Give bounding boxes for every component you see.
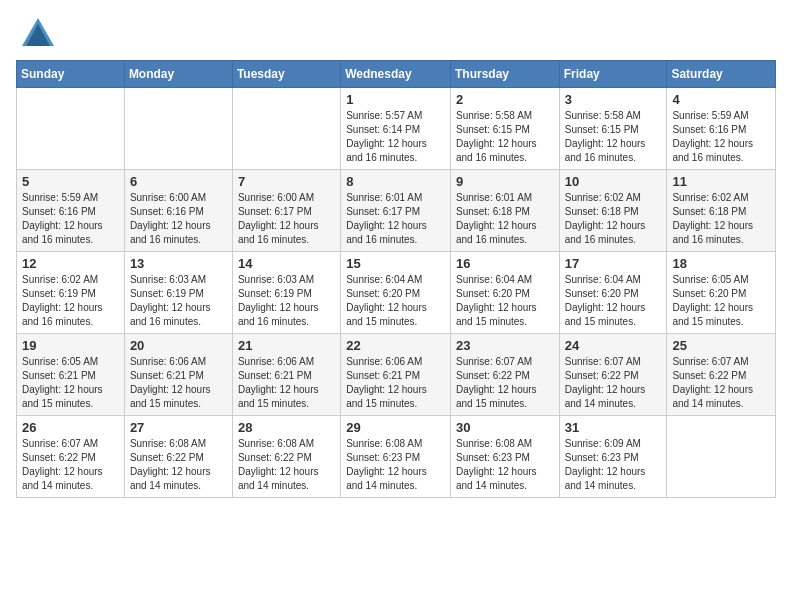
calendar-cell: 23Sunrise: 6:07 AM Sunset: 6:22 PM Dayli… — [450, 334, 559, 416]
calendar-cell: 19Sunrise: 6:05 AM Sunset: 6:21 PM Dayli… — [17, 334, 125, 416]
day-number: 1 — [346, 92, 445, 107]
day-info: Sunrise: 6:02 AM Sunset: 6:19 PM Dayligh… — [22, 273, 119, 329]
day-info: Sunrise: 6:00 AM Sunset: 6:17 PM Dayligh… — [238, 191, 335, 247]
logo — [16, 16, 54, 50]
day-number: 18 — [672, 256, 770, 271]
calendar-week-row: 12Sunrise: 6:02 AM Sunset: 6:19 PM Dayli… — [17, 252, 776, 334]
day-number: 4 — [672, 92, 770, 107]
day-number: 17 — [565, 256, 662, 271]
calendar-cell: 24Sunrise: 6:07 AM Sunset: 6:22 PM Dayli… — [559, 334, 667, 416]
day-number: 23 — [456, 338, 554, 353]
calendar-cell: 31Sunrise: 6:09 AM Sunset: 6:23 PM Dayli… — [559, 416, 667, 498]
calendar-week-row: 5Sunrise: 5:59 AM Sunset: 6:16 PM Daylig… — [17, 170, 776, 252]
logo-icon — [22, 18, 54, 50]
weekday-header-tuesday: Tuesday — [232, 61, 340, 88]
day-number: 5 — [22, 174, 119, 189]
calendar-cell: 26Sunrise: 6:07 AM Sunset: 6:22 PM Dayli… — [17, 416, 125, 498]
day-number: 25 — [672, 338, 770, 353]
day-number: 30 — [456, 420, 554, 435]
day-info: Sunrise: 6:08 AM Sunset: 6:22 PM Dayligh… — [130, 437, 227, 493]
day-info: Sunrise: 6:07 AM Sunset: 6:22 PM Dayligh… — [672, 355, 770, 411]
day-number: 28 — [238, 420, 335, 435]
day-info: Sunrise: 5:58 AM Sunset: 6:15 PM Dayligh… — [565, 109, 662, 165]
day-info: Sunrise: 6:02 AM Sunset: 6:18 PM Dayligh… — [565, 191, 662, 247]
day-info: Sunrise: 5:57 AM Sunset: 6:14 PM Dayligh… — [346, 109, 445, 165]
day-number: 27 — [130, 420, 227, 435]
day-info: Sunrise: 6:05 AM Sunset: 6:20 PM Dayligh… — [672, 273, 770, 329]
day-info: Sunrise: 6:02 AM Sunset: 6:18 PM Dayligh… — [672, 191, 770, 247]
calendar-cell: 4Sunrise: 5:59 AM Sunset: 6:16 PM Daylig… — [667, 88, 776, 170]
calendar-cell: 25Sunrise: 6:07 AM Sunset: 6:22 PM Dayli… — [667, 334, 776, 416]
day-number: 13 — [130, 256, 227, 271]
day-number: 12 — [22, 256, 119, 271]
weekday-header-thursday: Thursday — [450, 61, 559, 88]
day-number: 7 — [238, 174, 335, 189]
day-info: Sunrise: 6:00 AM Sunset: 6:16 PM Dayligh… — [130, 191, 227, 247]
day-info: Sunrise: 6:06 AM Sunset: 6:21 PM Dayligh… — [130, 355, 227, 411]
day-number: 14 — [238, 256, 335, 271]
calendar-cell: 18Sunrise: 6:05 AM Sunset: 6:20 PM Dayli… — [667, 252, 776, 334]
calendar-cell: 11Sunrise: 6:02 AM Sunset: 6:18 PM Dayli… — [667, 170, 776, 252]
calendar-cell — [667, 416, 776, 498]
day-number: 3 — [565, 92, 662, 107]
day-info: Sunrise: 6:04 AM Sunset: 6:20 PM Dayligh… — [456, 273, 554, 329]
day-info: Sunrise: 6:09 AM Sunset: 6:23 PM Dayligh… — [565, 437, 662, 493]
day-number: 2 — [456, 92, 554, 107]
day-number: 29 — [346, 420, 445, 435]
calendar-table: SundayMondayTuesdayWednesdayThursdayFrid… — [16, 60, 776, 498]
calendar-header-row: SundayMondayTuesdayWednesdayThursdayFrid… — [17, 61, 776, 88]
day-info: Sunrise: 6:01 AM Sunset: 6:18 PM Dayligh… — [456, 191, 554, 247]
calendar-cell: 21Sunrise: 6:06 AM Sunset: 6:21 PM Dayli… — [232, 334, 340, 416]
calendar-week-row: 19Sunrise: 6:05 AM Sunset: 6:21 PM Dayli… — [17, 334, 776, 416]
calendar-cell: 16Sunrise: 6:04 AM Sunset: 6:20 PM Dayli… — [450, 252, 559, 334]
day-number: 15 — [346, 256, 445, 271]
day-number: 6 — [130, 174, 227, 189]
calendar-cell — [17, 88, 125, 170]
day-info: Sunrise: 6:08 AM Sunset: 6:23 PM Dayligh… — [456, 437, 554, 493]
day-number: 22 — [346, 338, 445, 353]
calendar-cell: 29Sunrise: 6:08 AM Sunset: 6:23 PM Dayli… — [341, 416, 451, 498]
calendar-cell — [124, 88, 232, 170]
day-info: Sunrise: 6:04 AM Sunset: 6:20 PM Dayligh… — [346, 273, 445, 329]
calendar-cell: 8Sunrise: 6:01 AM Sunset: 6:17 PM Daylig… — [341, 170, 451, 252]
day-number: 24 — [565, 338, 662, 353]
calendar-cell: 7Sunrise: 6:00 AM Sunset: 6:17 PM Daylig… — [232, 170, 340, 252]
day-info: Sunrise: 6:01 AM Sunset: 6:17 PM Dayligh… — [346, 191, 445, 247]
day-number: 21 — [238, 338, 335, 353]
day-number: 31 — [565, 420, 662, 435]
day-number: 9 — [456, 174, 554, 189]
calendar-cell: 30Sunrise: 6:08 AM Sunset: 6:23 PM Dayli… — [450, 416, 559, 498]
day-info: Sunrise: 6:05 AM Sunset: 6:21 PM Dayligh… — [22, 355, 119, 411]
day-info: Sunrise: 6:08 AM Sunset: 6:23 PM Dayligh… — [346, 437, 445, 493]
day-info: Sunrise: 5:59 AM Sunset: 6:16 PM Dayligh… — [672, 109, 770, 165]
day-number: 16 — [456, 256, 554, 271]
day-info: Sunrise: 6:03 AM Sunset: 6:19 PM Dayligh… — [238, 273, 335, 329]
day-number: 20 — [130, 338, 227, 353]
calendar-cell: 13Sunrise: 6:03 AM Sunset: 6:19 PM Dayli… — [124, 252, 232, 334]
day-info: Sunrise: 5:58 AM Sunset: 6:15 PM Dayligh… — [456, 109, 554, 165]
calendar-cell: 5Sunrise: 5:59 AM Sunset: 6:16 PM Daylig… — [17, 170, 125, 252]
calendar-cell: 6Sunrise: 6:00 AM Sunset: 6:16 PM Daylig… — [124, 170, 232, 252]
calendar-cell: 22Sunrise: 6:06 AM Sunset: 6:21 PM Dayli… — [341, 334, 451, 416]
calendar-week-row: 26Sunrise: 6:07 AM Sunset: 6:22 PM Dayli… — [17, 416, 776, 498]
weekday-header-friday: Friday — [559, 61, 667, 88]
calendar-cell: 1Sunrise: 5:57 AM Sunset: 6:14 PM Daylig… — [341, 88, 451, 170]
calendar-cell: 28Sunrise: 6:08 AM Sunset: 6:22 PM Dayli… — [232, 416, 340, 498]
calendar-cell: 14Sunrise: 6:03 AM Sunset: 6:19 PM Dayli… — [232, 252, 340, 334]
day-number: 19 — [22, 338, 119, 353]
calendar-cell: 9Sunrise: 6:01 AM Sunset: 6:18 PM Daylig… — [450, 170, 559, 252]
day-info: Sunrise: 6:06 AM Sunset: 6:21 PM Dayligh… — [346, 355, 445, 411]
calendar-cell — [232, 88, 340, 170]
calendar-week-row: 1Sunrise: 5:57 AM Sunset: 6:14 PM Daylig… — [17, 88, 776, 170]
day-number: 26 — [22, 420, 119, 435]
calendar-cell: 27Sunrise: 6:08 AM Sunset: 6:22 PM Dayli… — [124, 416, 232, 498]
weekday-header-sunday: Sunday — [17, 61, 125, 88]
calendar-cell: 2Sunrise: 5:58 AM Sunset: 6:15 PM Daylig… — [450, 88, 559, 170]
calendar-cell: 12Sunrise: 6:02 AM Sunset: 6:19 PM Dayli… — [17, 252, 125, 334]
day-info: Sunrise: 6:07 AM Sunset: 6:22 PM Dayligh… — [22, 437, 119, 493]
day-info: Sunrise: 5:59 AM Sunset: 6:16 PM Dayligh… — [22, 191, 119, 247]
calendar-cell: 17Sunrise: 6:04 AM Sunset: 6:20 PM Dayli… — [559, 252, 667, 334]
weekday-header-saturday: Saturday — [667, 61, 776, 88]
day-info: Sunrise: 6:07 AM Sunset: 6:22 PM Dayligh… — [565, 355, 662, 411]
page-header — [16, 16, 776, 50]
